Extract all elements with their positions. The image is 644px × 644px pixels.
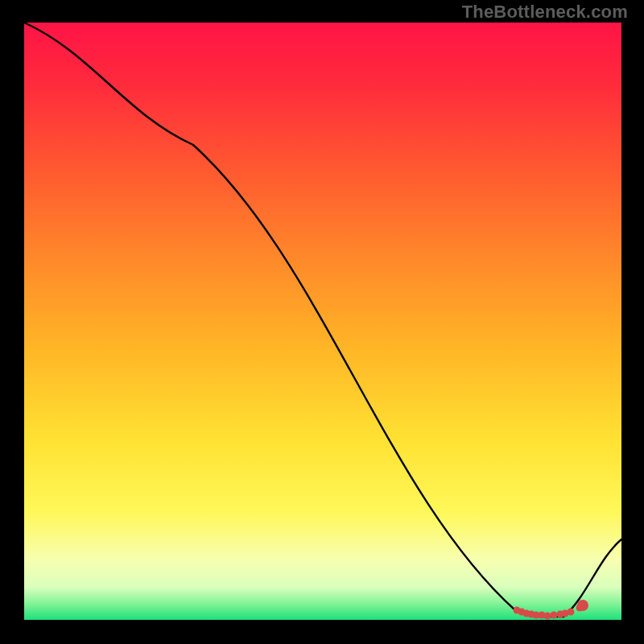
attribution-text: TheBottleneck.com xyxy=(462,2,628,23)
bottleneck-chart xyxy=(0,0,644,644)
chart-container: TheBottleneck.com xyxy=(0,0,644,644)
marker-dot xyxy=(551,612,558,619)
marker-dot xyxy=(568,609,575,616)
marker-dot-end xyxy=(577,600,588,611)
marker-dot xyxy=(544,613,551,620)
